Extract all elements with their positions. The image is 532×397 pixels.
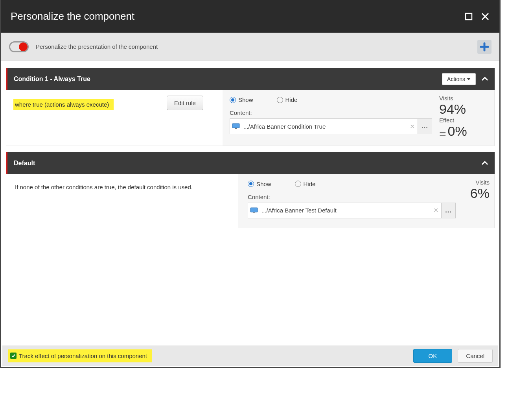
cancel-button[interactable]: Cancel (458, 349, 493, 363)
visits-label: Visits (463, 179, 490, 186)
visits-value: 94% (439, 102, 490, 117)
svg-rect-0 (466, 13, 472, 20)
monitor-icon (230, 119, 242, 134)
browse-button[interactable]: ... (418, 119, 432, 134)
checkbox-checked-icon (10, 353, 17, 359)
track-effect-option[interactable]: Track effect of personalization on this … (8, 349, 152, 362)
toolbar-label: Personalize the presentation of the comp… (36, 43, 158, 50)
dialog-titlebar: Personalize the component (1, 0, 499, 33)
equals-icon: = (439, 127, 446, 140)
svg-rect-6 (235, 128, 237, 129)
hide-radio[interactable]: Hide (295, 181, 316, 187)
toolbar: Personalize the presentation of the comp… (1, 33, 499, 61)
content-field[interactable]: .../Africa Banner Condition True ✕ ... (230, 118, 432, 134)
dialog-footer: Track effect of personalization on this … (2, 345, 498, 366)
show-label: Show (238, 96, 253, 103)
actions-label: Actions (447, 76, 465, 82)
condition-title: Condition 1 - Always True (14, 76, 90, 83)
personalize-toggle[interactable] (9, 41, 29, 52)
monitor-icon (248, 203, 260, 218)
condition-header: Default (6, 152, 495, 174)
condition-header: Condition 1 - Always True Actions (6, 68, 495, 90)
caret-down-icon (467, 78, 471, 80)
show-radio[interactable]: Show (248, 181, 271, 187)
effect-value: 0% (448, 124, 467, 138)
content-label: Content: (248, 194, 456, 200)
condition-title: Default (14, 160, 35, 167)
ok-button[interactable]: OK (413, 349, 453, 363)
rule-description: where true (actions always execute) (13, 99, 114, 110)
radio-checked-icon (248, 181, 254, 187)
maximize-icon[interactable] (464, 12, 473, 21)
show-radio[interactable]: Show (230, 96, 253, 103)
collapse-icon[interactable] (481, 160, 488, 167)
hide-radio[interactable]: Hide (277, 96, 298, 103)
actions-dropdown[interactable]: Actions (442, 73, 476, 85)
edit-rule-button[interactable]: Edit rule (167, 96, 203, 110)
close-icon[interactable] (480, 12, 490, 21)
clear-icon[interactable]: ✕ (430, 207, 441, 214)
radio-unchecked-icon (277, 97, 283, 103)
svg-rect-5 (232, 124, 239, 128)
content-label: Content: (230, 109, 432, 116)
content-path: .../Africa Banner Condition True (242, 123, 407, 130)
collapse-icon[interactable] (481, 76, 488, 83)
effect-label: Effect (439, 117, 490, 124)
content-field[interactable]: .../Africa Banner Test Default ✕ ... (248, 203, 456, 218)
radio-unchecked-icon (295, 181, 301, 187)
add-condition-button[interactable] (477, 40, 492, 54)
show-label: Show (256, 181, 271, 187)
svg-rect-8 (253, 212, 255, 213)
condition-body: If none of the other conditions are true… (6, 174, 495, 228)
visits-label: Visits (439, 95, 490, 102)
content-path: .../Africa Banner Test Default (260, 207, 430, 214)
hide-label: Hide (304, 181, 316, 187)
radio-checked-icon (230, 97, 236, 103)
condition-body: where true (actions always execute) Edit… (6, 90, 495, 146)
svg-rect-7 (250, 208, 258, 212)
clear-icon[interactable]: ✕ (407, 123, 418, 130)
dialog-title: Personalize the component (11, 10, 134, 22)
browse-button[interactable]: ... (441, 203, 455, 218)
default-description: If none of the other conditions are true… (6, 174, 238, 228)
hide-label: Hide (285, 96, 298, 103)
track-effect-label: Track effect of personalization on this … (19, 353, 147, 359)
visits-value: 6% (463, 186, 490, 201)
